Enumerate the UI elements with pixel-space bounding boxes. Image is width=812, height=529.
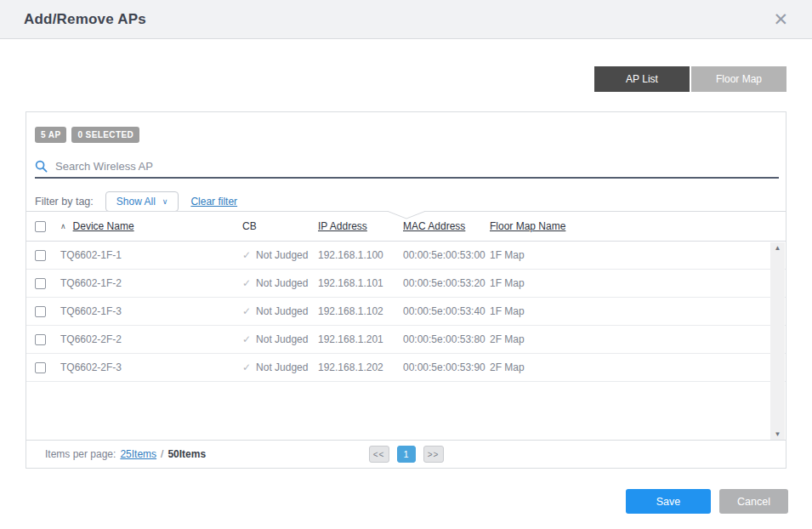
cell-cb-status: Not Judged xyxy=(256,333,308,345)
search-bar xyxy=(35,155,779,179)
table-row[interactable]: TQ6602-1F-3 ✓ Not Judged 192.168.1.102 0… xyxy=(26,298,786,326)
chevron-down-icon: ∨ xyxy=(162,197,168,206)
row-checkbox[interactable] xyxy=(35,362,46,373)
close-icon[interactable]: ✕ xyxy=(769,9,792,30)
view-tabs: AP List Floor Map xyxy=(594,66,786,92)
cell-floor-map-name: 2F Map xyxy=(490,361,786,373)
check-icon: ✓ xyxy=(242,333,251,345)
column-cb: CB xyxy=(242,220,318,232)
cell-mac-address: 00:00:5e:00:53:90 xyxy=(403,361,490,373)
cell-mac-address: 00:00:5e:00:53:80 xyxy=(403,333,490,345)
table-scrollbar[interactable]: ▲ ▼ xyxy=(770,242,785,441)
column-ip-address[interactable]: IP Address xyxy=(318,220,403,232)
cell-ip-address: 192.168.1.101 xyxy=(318,277,403,289)
table-row[interactable]: TQ6602-1F-2 ✓ Not Judged 192.168.1.101 0… xyxy=(26,270,786,298)
cell-ip-address: 192.168.1.100 xyxy=(318,249,403,261)
cell-cb-status: Not Judged xyxy=(256,249,308,261)
cell-cb-status: Not Judged xyxy=(256,361,308,373)
cell-ip-address: 192.168.1.201 xyxy=(318,333,403,345)
sort-ascending-icon[interactable]: ∧ xyxy=(60,222,66,230)
ap-list-panel: 5 AP 0 SELECTED Filter by tag: Show All … xyxy=(26,111,786,469)
tab-ap-list[interactable]: AP List xyxy=(594,66,690,92)
check-icon: ✓ xyxy=(242,249,251,261)
check-icon: ✓ xyxy=(242,361,251,373)
tag-filter-value: Show All xyxy=(116,196,156,208)
pagination-next-button[interactable]: >> xyxy=(423,446,444,463)
tag-filter-dropdown[interactable]: Show All ∨ xyxy=(105,191,179,212)
cell-floor-map-name: 1F Map xyxy=(490,277,786,289)
cell-device-name: TQ6602-1F-2 xyxy=(60,277,242,289)
column-mac-address[interactable]: MAC Address xyxy=(403,220,490,232)
cell-floor-map-name: 1F Map xyxy=(490,305,786,317)
filter-row: Filter by tag: Show All ∨ Clear filter xyxy=(35,191,237,213)
table-row[interactable]: TQ6602-1F-1 ✓ Not Judged 192.168.1.100 0… xyxy=(26,242,786,270)
scroll-down-icon[interactable]: ▼ xyxy=(775,431,781,438)
cell-device-name: TQ6602-2F-2 xyxy=(60,333,242,345)
cell-mac-address: 00:00:5e:00:53:00 xyxy=(403,249,490,261)
dialog-titlebar: Add/Remove APs ✕ xyxy=(0,0,812,39)
items-separator: / xyxy=(161,448,163,460)
table-body: TQ6602-1F-1 ✓ Not Judged 192.168.1.100 0… xyxy=(26,242,786,441)
cell-mac-address: 00:00:5e:00:53:40 xyxy=(403,305,490,317)
table-row[interactable]: TQ6602-2F-3 ✓ Not Judged 192.168.1.202 0… xyxy=(26,354,786,382)
items-total: 50Items xyxy=(168,448,206,460)
items-per-page-label: Items per page: xyxy=(45,448,116,460)
pagination: << 1 >> xyxy=(369,446,444,463)
cell-mac-address: 00:00:5e:00:53:20 xyxy=(403,277,490,289)
cell-cb-status: Not Judged xyxy=(256,277,308,289)
count-badges: 5 AP 0 SELECTED xyxy=(35,127,139,143)
cell-device-name: TQ6602-2F-3 xyxy=(60,361,242,373)
cell-floor-map-name: 1F Map xyxy=(490,249,786,261)
dialog-actions: Save Cancel xyxy=(626,489,788,514)
check-icon: ✓ xyxy=(242,305,251,317)
search-icon xyxy=(35,160,48,173)
scroll-up-icon[interactable]: ▲ xyxy=(775,245,781,252)
column-floor-map-name[interactable]: Floor Map Name xyxy=(490,220,786,232)
select-all-checkbox[interactable] xyxy=(35,221,46,232)
table-row[interactable]: TQ6602-2F-2 ✓ Not Judged 192.168.1.201 0… xyxy=(26,326,786,354)
cell-device-name: TQ6602-1F-3 xyxy=(60,305,242,317)
selected-count-badge: 0 SELECTED xyxy=(71,127,139,143)
collapse-notch-icon[interactable] xyxy=(387,211,426,220)
cell-cb-status: Not Judged xyxy=(256,305,308,317)
table-header: ∧ Device Name CB IP Address MAC Address … xyxy=(26,211,786,242)
cell-device-name: TQ6602-1F-1 xyxy=(60,249,242,261)
pagination-prev-button[interactable]: << xyxy=(369,446,389,463)
column-device-name[interactable]: Device Name xyxy=(73,220,134,232)
check-icon: ✓ xyxy=(242,277,251,289)
row-checkbox[interactable] xyxy=(35,334,46,345)
save-button[interactable]: Save xyxy=(626,489,711,514)
clear-filter-link[interactable]: Clear filter xyxy=(190,196,237,208)
filter-by-tag-label: Filter by tag: xyxy=(35,196,94,208)
row-checkbox[interactable] xyxy=(35,306,46,317)
tab-floor-map[interactable]: Floor Map xyxy=(691,66,786,92)
cancel-button[interactable]: Cancel xyxy=(719,489,788,514)
row-checkbox[interactable] xyxy=(35,250,46,261)
page-title: Add/Remove APs xyxy=(24,11,146,28)
cell-ip-address: 192.168.1.202 xyxy=(318,361,403,373)
search-input[interactable] xyxy=(55,160,779,173)
cell-ip-address: 192.168.1.102 xyxy=(318,305,403,317)
row-checkbox[interactable] xyxy=(35,278,46,289)
ap-count-badge: 5 AP xyxy=(35,127,66,143)
table-footer: Items per page: 25Items / 50Items << 1 >… xyxy=(26,440,786,468)
cell-floor-map-name: 2F Map xyxy=(490,333,786,345)
pagination-page-1[interactable]: 1 xyxy=(397,446,416,463)
page-size-link[interactable]: 25Items xyxy=(120,448,156,460)
